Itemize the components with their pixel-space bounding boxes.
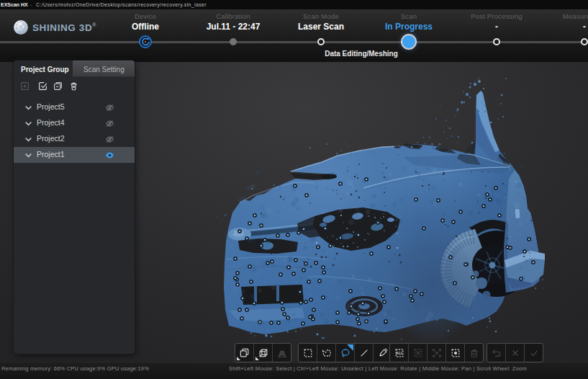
svg-text:ALL: ALL [396,351,403,355]
